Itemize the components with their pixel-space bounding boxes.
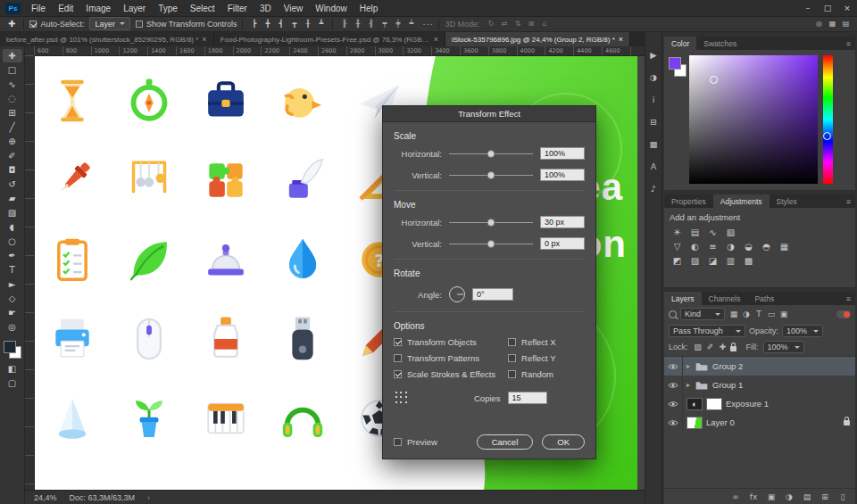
lock-position-icon[interactable]: ✚ <box>718 342 728 352</box>
show-transform-controls-checkbox[interactable]: Show Transform Controls <box>136 20 237 29</box>
document-tab[interactable]: iStock-535796896.jpg @ 24,4% (Group 2, R… <box>445 32 630 46</box>
visibility-eye-icon[interactable] <box>664 394 683 413</box>
opacity-dropdown[interactable]: 100% <box>782 325 823 337</box>
reflect-y-checkbox[interactable]: Reflect Y <box>508 353 585 363</box>
workspace-icon[interactable]: ▤ <box>840 18 852 29</box>
layer-row-exposure-1[interactable]: ◐Exposure 1 <box>664 394 855 413</box>
quick-mask-button[interactable]: ◧ <box>3 362 22 376</box>
tab-styles[interactable]: Styles <box>770 194 804 208</box>
eyedropper-tool[interactable]: ╱ <box>3 120 22 134</box>
distribute-center-icon[interactable]: ╫ <box>352 18 363 29</box>
minimize-button[interactable]: – <box>798 0 818 16</box>
reflect-x-checkbox[interactable]: Reflect X <box>508 337 585 347</box>
expand-arrow-icon[interactable]: ▸ <box>686 362 695 370</box>
distribute-bottom-icon[interactable]: ╧ <box>405 18 417 29</box>
filter-type-icon[interactable]: T <box>753 309 764 319</box>
marquee-tool[interactable]: □ <box>3 63 22 77</box>
channel-mixer-icon[interactable]: ◓ <box>759 240 774 252</box>
selective-color-icon[interactable]: ▩ <box>741 254 756 267</box>
tab-swatches[interactable]: Swatches <box>696 37 744 50</box>
filter-adjustment-icon[interactable]: ◑ <box>741 309 752 319</box>
layer-effects-icon[interactable]: fx <box>748 492 759 502</box>
arrange-documents-icon[interactable]: ▦ <box>827 18 838 29</box>
hand-tool[interactable]: ☛ <box>3 306 22 319</box>
status-menu-arrow[interactable]: › <box>147 493 150 502</box>
clone-stamp-tool[interactable]: ◘ <box>3 163 22 177</box>
layer-row-group-1[interactable]: ▸Group 1 <box>664 376 855 394</box>
notes-panel-icon[interactable]: ♪ <box>646 182 661 195</box>
scale-strokes-effects-checkbox[interactable]: Scale Strokes & Effects <box>394 369 495 379</box>
tab-close-icon[interactable]: × <box>619 35 623 44</box>
filter-pixel-icon[interactable]: ▦ <box>728 309 739 319</box>
tab-paths[interactable]: Paths <box>747 292 781 305</box>
slider-knob[interactable] <box>487 171 495 179</box>
tab-layers[interactable]: Layers <box>664 292 702 305</box>
reference-point-selector[interactable] <box>395 392 408 404</box>
document-tab[interactable]: Food-Photography-Lightroom-Presets-Free.… <box>214 32 445 46</box>
levels-icon[interactable]: ▤ <box>687 226 703 238</box>
preview-panel-icon[interactable]: ▶ <box>646 48 661 62</box>
maximize-button[interactable]: □ <box>818 0 837 16</box>
distribute-top-icon[interactable]: ╤ <box>379 18 390 29</box>
menu-file[interactable]: File <box>25 4 52 13</box>
align-right-icon[interactable]: ┫ <box>275 18 287 29</box>
quick-selection-tool[interactable]: ◌ <box>3 92 22 105</box>
threshold-icon[interactable]: ◪ <box>705 254 720 267</box>
tab-close-icon[interactable]: × <box>202 35 206 44</box>
healing-brush-tool[interactable]: ⊕ <box>3 135 22 148</box>
pen-tool[interactable]: ✒ <box>3 249 22 262</box>
menu-help[interactable]: Help <box>354 4 385 13</box>
filter-toggle-switch[interactable] <box>836 310 851 318</box>
menu-select[interactable]: Select <box>184 4 221 13</box>
more-align-options-button[interactable]: ··· <box>422 20 433 29</box>
lasso-tool[interactable]: ∿ <box>3 78 22 91</box>
slider-knob[interactable] <box>487 219 495 227</box>
menu-filter[interactable]: Filter <box>221 4 254 13</box>
zoom-level-field[interactable]: 24,4% <box>34 493 57 502</box>
menu-edit[interactable]: Edit <box>52 4 79 13</box>
saturation-brightness-picker[interactable] <box>689 55 818 184</box>
pattern-panel-icon[interactable]: ▦ <box>646 137 661 151</box>
link-layers-icon[interactable]: ∞ <box>730 492 741 502</box>
panel-menu-icon[interactable]: ≡ <box>842 292 855 305</box>
delete-layer-icon[interactable]: ▯ <box>837 492 848 502</box>
fill-dropdown[interactable]: 100% <box>763 341 804 353</box>
eraser-tool[interactable]: ▰ <box>3 192 22 205</box>
align-bottom-icon[interactable]: ┻ <box>315 18 327 29</box>
new-group-icon[interactable]: ▤ <box>802 492 812 502</box>
document-tab[interactable]: before_after.psd @ 101% (shutterstock_85… <box>0 32 214 46</box>
3d-slide-icon[interactable]: ⊠ <box>526 18 537 29</box>
color-swatches[interactable] <box>4 341 21 359</box>
hue-saturation-icon[interactable]: ◐ <box>687 240 703 252</box>
filter-shape-icon[interactable]: ▭ <box>766 309 777 319</box>
dialog-titlebar[interactable]: Transform Effect <box>383 106 595 122</box>
curves-icon[interactable]: ∿ <box>705 226 720 238</box>
panel-menu-icon[interactable]: ≡ <box>842 37 855 50</box>
random-checkbox[interactable]: Random <box>508 369 585 379</box>
menu-view[interactable]: View <box>278 4 310 13</box>
tab-adjustments[interactable]: Adjustments <box>713 194 770 208</box>
distribute-right-icon[interactable]: ╢ <box>365 18 377 29</box>
angle-input[interactable]: 0° <box>472 288 513 301</box>
layer-row-group-2[interactable]: ▸Group 2 <box>664 357 855 376</box>
gradient-map-icon[interactable]: ▥ <box>723 254 738 267</box>
slider-knob[interactable] <box>487 150 495 158</box>
move-slider[interactable] <box>449 222 533 223</box>
menu-image[interactable]: Image <box>79 4 117 13</box>
posterize-icon[interactable]: ▨ <box>687 254 703 267</box>
tab-close-icon[interactable]: × <box>434 35 438 44</box>
angle-dial[interactable] <box>449 286 465 302</box>
shape-tool[interactable]: ◇ <box>3 292 22 305</box>
tab-channels[interactable]: Channels <box>702 292 748 305</box>
move-tool[interactable]: ✚ <box>3 49 22 62</box>
scale-slider[interactable] <box>449 175 533 176</box>
transform-objects-checkbox[interactable]: Transform Objects <box>394 337 495 347</box>
clipboard-panel-icon[interactable]: ⊟ <box>646 115 661 128</box>
histogram-panel-icon[interactable]: ◑ <box>646 70 661 84</box>
black-white-icon[interactable]: ◑ <box>723 240 738 252</box>
preview-checkbox[interactable]: Preview <box>394 437 437 447</box>
move-input[interactable]: 30 px <box>540 216 585 228</box>
color-lookup-icon[interactable]: ▦ <box>777 240 792 252</box>
scale-input[interactable]: 100% <box>540 147 585 160</box>
lock-pixels-icon[interactable]: ✐ <box>705 342 716 352</box>
